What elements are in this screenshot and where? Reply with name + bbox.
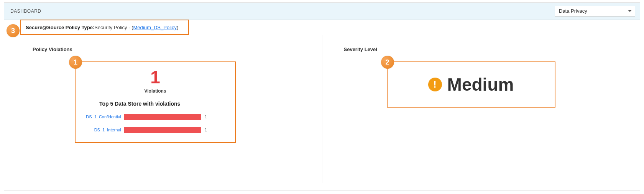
severity-box: 2 ! Medium	[387, 61, 555, 108]
datastore-bar	[124, 114, 201, 120]
violations-count: 1	[84, 68, 227, 86]
policy-type-label: Security Policy - (	[94, 25, 133, 30]
dashboard-header: DASHBOARD Data Privacy	[4, 3, 640, 20]
severity-heading: Severity Level	[344, 46, 622, 52]
policy-breadcrumb-box: Secure@Source Policy Type: Security Poli…	[20, 20, 189, 35]
data-product-selector-value: Data Privacy	[559, 8, 587, 14]
datastore-value: 1	[201, 128, 209, 132]
dashboard-content: Policy Violations 1 1 Violations Top 5 D…	[4, 35, 640, 190]
data-product-selector[interactable]: Data Privacy	[555, 6, 635, 17]
datastore-link[interactable]: DS_1_Internal	[84, 128, 124, 132]
policy-breadcrumb-row: Secure@Source Policy Type: Security Poli…	[4, 20, 640, 35]
dashboard-container: DASHBOARD Data Privacy Secure@Source Pol…	[4, 2, 640, 191]
datastore-bar	[124, 127, 201, 133]
policy-link[interactable]: Medium_DS_Policy	[133, 25, 176, 30]
top-datastores-heading: Top 5 Data Store with violations	[84, 101, 227, 107]
severity-level: Medium	[447, 74, 514, 95]
chevron-down-icon	[628, 10, 632, 12]
callout-1: 1	[69, 56, 82, 69]
policy-type-suffix: )	[177, 25, 178, 30]
policy-violations-panel: Policy Violations 1 1 Violations Top 5 D…	[11, 35, 322, 183]
datastore-link[interactable]: DS_1_Confidential	[84, 114, 124, 119]
policy-violations-heading: Policy Violations	[33, 46, 310, 52]
warning-icon: !	[428, 78, 442, 91]
policy-type-prefix: Secure@Source Policy Type:	[26, 25, 94, 30]
page-title: DASHBOARD	[10, 8, 41, 14]
datastore-row: DS_1_Internal 1	[84, 127, 227, 133]
callout-2: 2	[381, 56, 394, 69]
policy-violations-box: 1 1 Violations Top 5 Data Store with vio…	[75, 61, 236, 143]
divider	[15, 180, 629, 180]
datastore-value: 1	[201, 114, 209, 119]
violations-count-label: Violations	[84, 88, 227, 94]
severity-panel: Severity Level 2 ! Medium	[322, 35, 633, 183]
datastore-row: DS_1_Confidential 1	[84, 114, 227, 120]
